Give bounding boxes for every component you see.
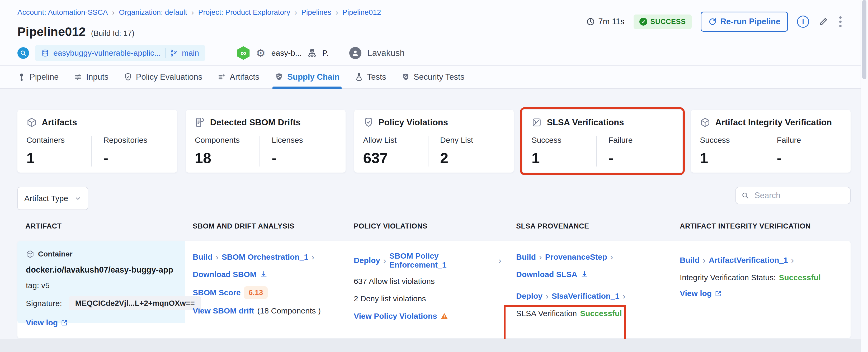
integrity-step-link[interactable]: ArtifactVerification_1 — [709, 256, 788, 265]
rerun-label: Re-run Pipeline — [720, 17, 780, 26]
slsa-deploy-stage-link[interactable]: Deploy — [516, 292, 542, 300]
view-log-link[interactable]: View log — [26, 318, 58, 327]
column-header-artifact: ARTIFACT — [18, 222, 185, 230]
info-icon[interactable]: i — [797, 15, 809, 28]
view-sbom-drift-link[interactable]: View SBOM drift — [193, 306, 254, 315]
status-text: SUCCESS — [650, 18, 686, 26]
chevron-right-icon: › — [112, 8, 115, 17]
slsa-verification-step-link[interactable]: SlsaVerification_1 — [552, 292, 620, 300]
tab-artifacts[interactable]: Artifacts — [218, 66, 259, 88]
supply-chain-content: Artifacts Containers 1 Repositories - — [0, 89, 861, 352]
duration: 7m 11s — [586, 17, 624, 26]
build-id: (Build Id: 17) — [91, 29, 134, 38]
scrollbar-thumb[interactable] — [862, 0, 866, 79]
card-slsa-verifications: SLSA Verifications Success 1 Failure - — [522, 110, 682, 172]
sbom-drift-count: (18 Components ) — [257, 306, 321, 315]
branch-name[interactable]: main — [182, 49, 199, 58]
external-link-icon — [715, 290, 722, 297]
artifacts-list-icon — [218, 73, 226, 81]
provenance-step-link[interactable]: ProvenanceStep — [545, 253, 607, 261]
vertical-scrollbar[interactable] — [861, 0, 868, 352]
signature-label: Signature: — [26, 299, 62, 308]
header: Account: Automation-SSCA › Organization:… — [0, 0, 861, 66]
tab-security-tests[interactable]: Security Tests — [402, 66, 464, 88]
search-input[interactable] — [754, 191, 845, 200]
trigger-label: easy-b... — [271, 49, 302, 58]
breadcrumb-project[interactable]: Project: Product Exploratory — [198, 8, 290, 17]
edit-icon[interactable] — [818, 17, 829, 27]
rerun-pipeline-button[interactable]: Re-run Pipeline — [701, 11, 788, 32]
more-options-icon[interactable] — [838, 15, 843, 29]
title-row: Pipeline012 (Build Id: 17) — [18, 24, 134, 39]
card-title: Artifact Integrity Verification — [715, 118, 832, 127]
warning-icon — [440, 312, 448, 320]
view-log-link[interactable]: View log — [680, 289, 712, 298]
page-title: Pipeline012 — [18, 24, 86, 39]
download-icon[interactable] — [581, 270, 588, 278]
repo-branch-chip[interactable]: easybuggy-vulnerable-applic... main — [35, 45, 206, 61]
breadcrumb-organization[interactable]: Organization: default — [119, 8, 187, 17]
chevron-down-icon — [74, 195, 81, 202]
card-artifacts: Artifacts Containers 1 Repositories - — [18, 110, 177, 172]
shield-search-icon — [402, 73, 410, 81]
card-title: Artifacts — [42, 118, 77, 127]
stat-deny-list: Deny List 2 — [428, 136, 505, 166]
breadcrumb-pipeline012[interactable]: Pipeline012 — [342, 8, 381, 17]
column-header-policy: POLICY VIOLATIONS — [346, 222, 508, 230]
sbom-step-link[interactable]: SBOM Orchestration_1 — [222, 253, 308, 261]
slsa-verification-label: SLSA Verification — [516, 309, 577, 318]
policy-step-link[interactable]: SBOM Policy Enforcement_1 — [390, 252, 496, 269]
artifact-name: docker.io/lavakush07/easy-buggy-app — [26, 265, 177, 275]
download-icon[interactable] — [260, 270, 268, 278]
flask-icon — [355, 73, 363, 81]
pipeline-execution-page: Account: Automation-SSCA › Organization:… — [0, 0, 868, 352]
chevron-right-icon: › — [539, 252, 542, 262]
tab-supply-chain[interactable]: Supply Chain — [275, 66, 340, 88]
tab-label: Pipeline — [30, 72, 59, 82]
shield-check-icon — [124, 73, 132, 81]
refresh-icon — [708, 18, 717, 26]
stat-slsa-success: Success 1 — [531, 136, 596, 166]
repo-name[interactable]: easybuggy-vulnerable-applic... — [53, 49, 161, 58]
tab-inputs[interactable]: Inputs — [74, 66, 108, 88]
signature-value[interactable]: MEQCICde2Vjl...L+2+mqnOXw== — [69, 296, 201, 310]
sbom-cell: Build › SBOM Orchestration_1 › Download … — [185, 241, 346, 338]
external-link-icon — [61, 319, 68, 326]
pipeline-icon — [18, 73, 26, 81]
card-sbom-drifts: Detected SBOM Drifts Components 18 Licen… — [186, 110, 346, 172]
stat-components: Components 18 — [195, 136, 259, 166]
card-artifact-integrity: Artifact Integrity Verification Success … — [691, 110, 850, 172]
card-policy-violations: Policy Violations Allow List 637 Deny Li… — [354, 110, 514, 172]
chevron-right-icon: › — [791, 255, 794, 265]
search-box — [736, 187, 850, 204]
column-header-integrity: ARTIFACT INTEGRITY VERIFICATION — [672, 222, 850, 230]
chevron-right-icon: › — [610, 252, 613, 262]
duration-text: 7m 11s — [598, 17, 624, 26]
artifact-type-dropdown[interactable]: Artifact Type — [18, 187, 88, 210]
tab-policy-evaluations[interactable]: Policy Evaluations — [124, 66, 203, 88]
breadcrumb-account[interactable]: Account: Automation-SSCA — [18, 8, 108, 17]
stat-licenses: Licenses - — [259, 136, 336, 166]
view-policy-violations-link[interactable]: View Policy Violations — [354, 312, 437, 321]
tab-label: Inputs — [86, 72, 108, 82]
column-header-sbom: SBOM AND DRIFT ANALYSIS — [185, 222, 346, 230]
tab-tests[interactable]: Tests — [355, 66, 386, 88]
slsa-build-stage-link[interactable]: Build — [516, 253, 536, 261]
user-name: Lavakush — [367, 48, 404, 58]
sbom-score-link[interactable]: SBOM Score — [193, 288, 241, 297]
supply-chain-shield-icon — [275, 72, 283, 82]
policy-stage-link[interactable]: Deploy — [354, 256, 380, 265]
sbom-score-badge: 6.13 — [244, 286, 268, 299]
sbom-stage-link[interactable]: Build — [193, 253, 213, 261]
download-slsa-link[interactable]: Download SLSA — [516, 270, 577, 279]
breadcrumb-pipelines[interactable]: Pipelines — [301, 8, 331, 17]
integrity-stage-link[interactable]: Build — [680, 256, 700, 265]
filters-row: Artifact Type — [18, 187, 850, 210]
tab-pipeline[interactable]: Pipeline — [18, 66, 59, 88]
view-log-row: View log — [26, 317, 177, 328]
chevron-right-icon: › — [294, 8, 297, 17]
chevron-right-icon: › — [703, 255, 706, 265]
chevron-right-icon: › — [311, 252, 314, 262]
download-sbom-link[interactable]: Download SBOM — [193, 270, 257, 279]
tab-label: Policy Evaluations — [136, 72, 203, 82]
